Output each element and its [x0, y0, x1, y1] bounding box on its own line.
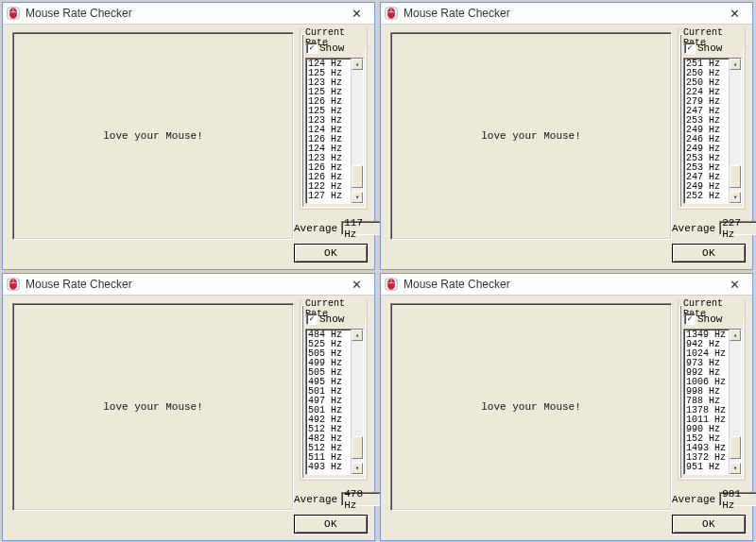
client-area: love your Mouse!Current Rate✓Show1349 Hz…: [381, 296, 752, 540]
show-checkbox-row[interactable]: ✓Show: [684, 313, 722, 325]
scroll-down-button[interactable]: ▾: [730, 463, 741, 474]
rate-list-inner: 124 Hz125 Hz123 Hz125 Hz126 Hz125 Hz123 …: [306, 59, 351, 203]
mouse-app-icon: [385, 7, 398, 20]
window-title: Mouse Rate Checker: [404, 7, 720, 20]
titlebar: Mouse Rate Checker✕: [3, 274, 374, 296]
average-row: Average981 Hz: [672, 492, 756, 506]
show-checkbox-label: Show: [319, 42, 344, 54]
window-title: Mouse Rate Checker: [404, 278, 720, 291]
average-value: 981 Hz: [719, 492, 756, 506]
window-title: Mouse Rate Checker: [26, 7, 342, 20]
mouse-app-icon: [7, 278, 20, 291]
main-panel: love your Mouse!: [390, 303, 672, 511]
average-label: Average: [294, 494, 337, 505]
mouse-app-icon: [7, 7, 20, 20]
rate-list-inner: 251 Hz250 Hz250 Hz224 Hz279 Hz247 Hz253 …: [684, 59, 729, 203]
average-label: Average: [294, 223, 337, 234]
rate-listbox[interactable]: 1349 Hz942 Hz1024 Hz973 Hz992 Hz1006 Hz9…: [683, 329, 742, 475]
show-checkbox[interactable]: ✓: [306, 313, 318, 325]
rate-list-inner: 1349 Hz942 Hz1024 Hz973 Hz992 Hz1006 Hz9…: [684, 330, 729, 474]
app-window-bl: Mouse Rate Checker✕love your Mouse!Curre…: [2, 273, 375, 541]
scroll-track[interactable]: [352, 341, 363, 463]
show-checkbox-label: Show: [697, 313, 722, 325]
average-row: Average117 Hz: [294, 221, 381, 235]
rate-item[interactable]: 127 Hz: [308, 192, 351, 201]
ok-button[interactable]: OK: [672, 515, 746, 534]
titlebar: Mouse Rate Checker✕: [3, 3, 374, 25]
ok-button[interactable]: OK: [294, 244, 368, 263]
scroll-up-button[interactable]: ▴: [730, 330, 741, 341]
close-button[interactable]: ✕: [720, 276, 748, 293]
app-window-tl: Mouse Rate Checker✕love your Mouse!Curre…: [2, 2, 375, 270]
app-window-tr: Mouse Rate Checker✕love your Mouse!Curre…: [380, 2, 753, 270]
rate-item[interactable]: 252 Hz: [686, 192, 729, 201]
show-checkbox-row[interactable]: ✓Show: [306, 42, 344, 54]
scrollbar[interactable]: ▴▾: [351, 330, 363, 474]
average-row: Average478 Hz: [294, 492, 381, 506]
average-label: Average: [672, 223, 715, 234]
ok-button[interactable]: OK: [672, 244, 746, 263]
average-row: Average227 Hz: [672, 221, 756, 235]
current-rate-group: Current Rate✓Show1349 Hz942 Hz1024 Hz973…: [678, 299, 746, 481]
show-checkbox[interactable]: ✓: [306, 42, 318, 54]
current-rate-group: Current Rate✓Show484 Hz525 Hz505 Hz499 H…: [300, 299, 368, 481]
rate-item[interactable]: 493 Hz: [308, 463, 351, 472]
average-label: Average: [672, 494, 715, 505]
close-button[interactable]: ✕: [342, 276, 370, 293]
scroll-track[interactable]: [730, 341, 741, 463]
average-value: 227 Hz: [719, 221, 756, 235]
rate-list-inner: 484 Hz525 Hz505 Hz499 Hz505 Hz495 Hz501 …: [306, 330, 351, 474]
scrollbar[interactable]: ▴▾: [729, 59, 741, 203]
main-panel: love your Mouse!: [12, 303, 294, 511]
client-area: love your Mouse!Current Rate✓Show484 Hz5…: [3, 296, 374, 540]
scroll-thumb[interactable]: [730, 436, 741, 459]
instruction-text: love your Mouse!: [103, 130, 203, 142]
scrollbar[interactable]: ▴▾: [351, 59, 363, 203]
scroll-track[interactable]: [730, 70, 741, 192]
titlebar: Mouse Rate Checker✕: [381, 3, 752, 25]
client-area: love your Mouse!Current Rate✓Show124 Hz1…: [3, 25, 374, 269]
rate-listbox[interactable]: 484 Hz525 Hz505 Hz499 Hz505 Hz495 Hz501 …: [305, 329, 364, 475]
client-area: love your Mouse!Current Rate✓Show251 Hz2…: [381, 25, 752, 269]
close-button[interactable]: ✕: [342, 5, 370, 22]
show-checkbox[interactable]: ✓: [684, 42, 696, 54]
scroll-thumb[interactable]: [352, 165, 363, 188]
average-value: 478 Hz: [341, 492, 381, 506]
app-window-br: Mouse Rate Checker✕love your Mouse!Curre…: [380, 273, 753, 541]
scroll-down-button[interactable]: ▾: [352, 463, 363, 474]
show-checkbox-label: Show: [697, 42, 722, 54]
scroll-up-button[interactable]: ▴: [730, 59, 741, 70]
instruction-text: love your Mouse!: [481, 401, 581, 413]
rate-listbox[interactable]: 251 Hz250 Hz250 Hz224 Hz279 Hz247 Hz253 …: [683, 58, 742, 204]
average-value: 117 Hz: [341, 221, 381, 235]
main-panel: love your Mouse!: [390, 32, 672, 240]
close-button[interactable]: ✕: [720, 5, 748, 22]
show-checkbox-label: Show: [319, 313, 344, 325]
scroll-track[interactable]: [352, 70, 363, 192]
scroll-up-button[interactable]: ▴: [352, 330, 363, 341]
scroll-thumb[interactable]: [352, 436, 363, 459]
scrollbar[interactable]: ▴▾: [729, 330, 741, 474]
ok-button[interactable]: OK: [294, 515, 368, 534]
main-panel: love your Mouse!: [12, 32, 294, 240]
titlebar: Mouse Rate Checker✕: [381, 274, 752, 296]
window-title: Mouse Rate Checker: [26, 278, 342, 291]
mouse-app-icon: [385, 278, 398, 291]
scroll-down-button[interactable]: ▾: [730, 192, 741, 203]
rate-item[interactable]: 951 Hz: [686, 463, 729, 472]
rate-listbox[interactable]: 124 Hz125 Hz123 Hz125 Hz126 Hz125 Hz123 …: [305, 58, 364, 204]
scroll-down-button[interactable]: ▾: [352, 192, 363, 203]
show-checkbox-row[interactable]: ✓Show: [306, 313, 344, 325]
current-rate-group: Current Rate✓Show124 Hz125 Hz123 Hz125 H…: [300, 28, 368, 210]
show-checkbox-row[interactable]: ✓Show: [684, 42, 722, 54]
instruction-text: love your Mouse!: [103, 401, 203, 413]
instruction-text: love your Mouse!: [481, 130, 581, 142]
scroll-thumb[interactable]: [730, 165, 741, 188]
show-checkbox[interactable]: ✓: [684, 313, 696, 325]
current-rate-group: Current Rate✓Show251 Hz250 Hz250 Hz224 H…: [678, 28, 746, 210]
scroll-up-button[interactable]: ▴: [352, 59, 363, 70]
